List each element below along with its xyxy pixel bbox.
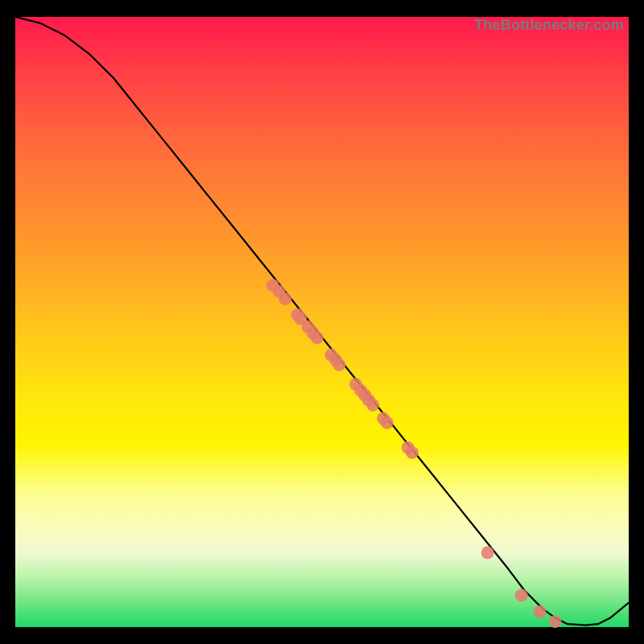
data-point xyxy=(549,615,562,628)
data-point xyxy=(515,589,528,602)
plot-area: TheBottlenecker.com xyxy=(15,17,629,627)
chart-svg xyxy=(15,17,629,627)
data-point xyxy=(481,547,494,559)
chart-line xyxy=(15,17,629,625)
data-point xyxy=(311,332,324,345)
data-point xyxy=(381,416,394,429)
data-point xyxy=(366,398,379,411)
scatter-points xyxy=(266,279,562,629)
chart-container: TheBottlenecker.com xyxy=(0,0,644,644)
data-point xyxy=(406,446,419,459)
data-point xyxy=(279,292,291,305)
data-point xyxy=(332,358,345,371)
data-point xyxy=(534,605,547,618)
